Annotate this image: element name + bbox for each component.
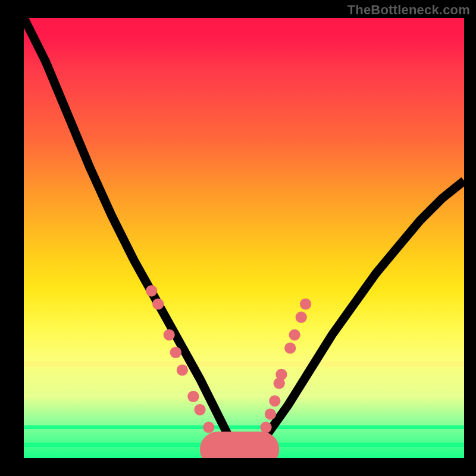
data-marker [300, 298, 311, 309]
data-marker [194, 404, 205, 415]
plot-area [24, 18, 464, 458]
curve-layer [24, 18, 464, 458]
chart-stage: TheBottleneck.com [0, 0, 476, 476]
attribution-label: TheBottleneck.com [347, 2, 470, 18]
data-marker [152, 298, 164, 309]
data-marker [289, 329, 300, 340]
data-marker [269, 395, 280, 406]
data-marker [146, 285, 157, 296]
data-marker [187, 391, 199, 402]
data-marker [164, 329, 175, 340]
data-marker [296, 312, 307, 323]
data-marker [177, 364, 188, 375]
data-marker [260, 422, 271, 433]
bottleneck-curve [24, 18, 464, 449]
data-marker [284, 342, 296, 353]
data-marker [275, 369, 287, 380]
data-marker [265, 408, 276, 419]
data-marker [170, 347, 181, 358]
data-marker [203, 422, 214, 433]
